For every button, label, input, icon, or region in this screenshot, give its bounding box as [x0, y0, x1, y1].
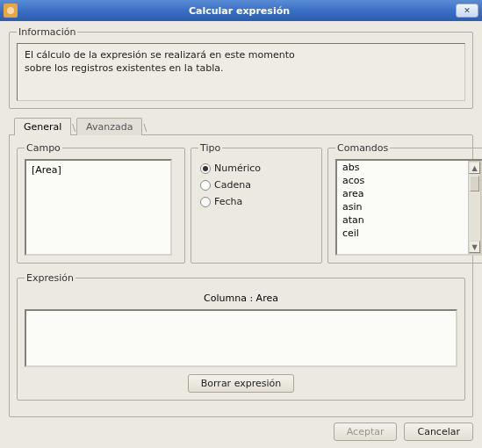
comandos-group: Comandos abs acos area asin atan ceil ▲ … — [327, 142, 482, 264]
svg-point-0 — [7, 7, 14, 14]
tipo-legend: Tipo — [198, 142, 222, 154]
tab-separator-2: \ — [143, 122, 147, 134]
radio-numerico-input[interactable] — [200, 163, 211, 174]
mid-row: Campo [Area] Tipo Numérico Cadena — [17, 142, 465, 269]
app-icon — [4, 4, 18, 18]
comando-item[interactable]: ceil — [337, 227, 481, 240]
tabs: General \ Avanzada \ — [9, 118, 473, 135]
tab-separator: \ — [72, 122, 76, 134]
comando-item[interactable]: abs — [337, 161, 481, 174]
scroll-up-button[interactable]: ▲ — [469, 162, 480, 174]
radio-cadena-label: Cadena — [214, 179, 251, 191]
radio-cadena[interactable]: Cadena — [200, 179, 313, 191]
scrollbar[interactable]: ▲ ▼ — [468, 161, 481, 254]
comando-item[interactable]: atan — [337, 213, 481, 227]
scroll-thumb[interactable] — [470, 176, 479, 191]
comando-item[interactable]: acos — [337, 174, 481, 187]
expresion-group: Expresión Columna : Area Borrar expresió… — [17, 272, 465, 401]
comandos-legend: Comandos — [335, 142, 390, 154]
campo-legend: Campo — [25, 142, 62, 154]
expresion-column-label: Columna : Area — [25, 293, 457, 304]
radio-numerico[interactable]: Numérico — [200, 163, 313, 174]
tab-avanzada-label: Avanzada — [86, 121, 133, 133]
expresion-legend: Expresión — [25, 272, 76, 284]
informacion-legend: Información — [17, 26, 77, 38]
window-body: Información El cálculo de la expresión s… — [0, 21, 482, 448]
tab-panel-general: Campo [Area] Tipo Numérico Cadena — [9, 134, 473, 417]
info-line-2: sobre los registros existentes en la tab… — [25, 62, 457, 76]
campo-item[interactable]: [Area] — [32, 164, 165, 176]
close-icon: ✕ — [464, 6, 471, 15]
radio-fecha-label: Fecha — [214, 196, 242, 207]
informacion-group: Información El cálculo de la expresión s… — [9, 26, 473, 109]
footer-buttons: Aceptar Cancelar — [9, 423, 473, 441]
radio-cadena-input[interactable] — [200, 180, 211, 191]
comando-item[interactable]: asin — [337, 200, 481, 213]
aceptar-button: Aceptar — [334, 423, 398, 441]
expresion-input[interactable] — [25, 309, 457, 367]
cancelar-button[interactable]: Cancelar — [404, 423, 473, 441]
borrar-expresion-button[interactable]: Borrar expresión — [188, 374, 295, 393]
tipo-group: Tipo Numérico Cadena Fecha — [191, 142, 322, 264]
radio-fecha[interactable]: Fecha — [200, 196, 313, 207]
close-button[interactable]: ✕ — [456, 4, 478, 18]
radio-fecha-input[interactable] — [200, 197, 211, 207]
radio-numerico-label: Numérico — [214, 163, 261, 174]
informacion-text: El cálculo de la expresión se realizará … — [17, 43, 465, 101]
window-title: Calcular expresión — [23, 5, 456, 17]
tab-general[interactable]: General — [14, 118, 71, 135]
titlebar: Calcular expresión ✕ — [0, 0, 482, 21]
info-line-1: El cálculo de la expresión se realizará … — [25, 49, 457, 62]
scroll-down-button[interactable]: ▼ — [469, 241, 480, 253]
tab-general-label: General — [24, 121, 61, 133]
campo-group: Campo [Area] — [17, 142, 185, 264]
comandos-list[interactable]: abs acos area asin atan ceil — [335, 159, 482, 256]
tab-avanzada[interactable]: Avanzada — [76, 118, 142, 135]
campo-list[interactable]: [Area] — [25, 159, 172, 256]
comando-item[interactable]: area — [337, 187, 481, 200]
